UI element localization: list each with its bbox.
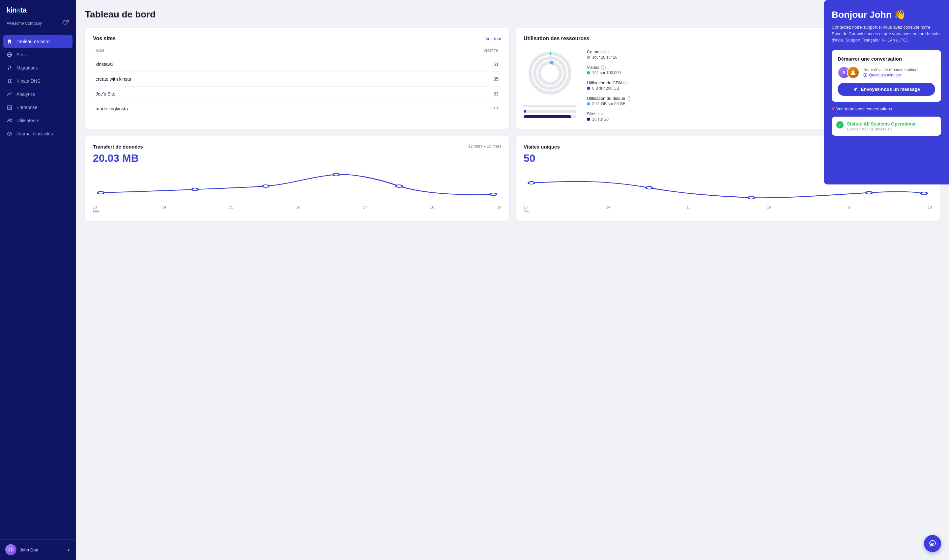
status-updated: Updated Mar 19, 08:59 UTC [847, 127, 917, 131]
table-row[interactable]: kinstaw3 51 [93, 57, 501, 72]
dns-icon [6, 78, 12, 84]
user-row[interactable]: JD John Doe ▲ [0, 539, 76, 560]
response-time-value: Quelques minutes [869, 73, 901, 77]
bar-disk [524, 110, 576, 113]
chevron-up-icon: ▲ [66, 548, 71, 552]
agent-avatar-2 [847, 66, 860, 79]
donut-chart [524, 47, 576, 100]
transfer-chart [93, 170, 501, 203]
response-info: Notre délai de réponse habituel Quelques… [863, 68, 918, 77]
svg-point-3 [10, 119, 12, 120]
svg-point-14 [333, 173, 339, 176]
send-message-button[interactable]: Envoyez-nous un message [838, 83, 935, 96]
sidebar-item-dns[interactable]: Kinsta DNS [0, 74, 76, 88]
logo-area: kinsta [0, 0, 76, 18]
float-chat-button[interactable] [924, 535, 941, 552]
resources-title: Utilisation des ressources [524, 35, 589, 42]
sidebar-item-utilisateurs[interactable]: Utilisateurs [0, 114, 76, 127]
company-name: Awesome Company [6, 21, 42, 26]
info-icon[interactable]: ? [601, 65, 605, 70]
chat-box-title: Démarrer une conversation [838, 56, 935, 62]
users-icon [6, 118, 12, 123]
status-box: ✓ Status: All Systems Operational Update… [832, 117, 941, 136]
transfer-value: 20.03 MB [93, 152, 501, 165]
svg-point-17 [528, 182, 535, 184]
sidebar-item-label: Analytics [17, 92, 35, 97]
migrations-icon [6, 65, 12, 71]
navigation: Tableau de bord Sites Migrations [0, 32, 76, 539]
svg-point-12 [192, 188, 198, 191]
sidebar-item-label: Tableau de bord [17, 39, 49, 44]
sites-table: NOM VISITES kinstaw3 51 create with kins… [93, 47, 501, 116]
sidebar-item-migrations[interactable]: Migrations [0, 61, 76, 74]
visits-title: Visites uniques [524, 144, 560, 149]
sites-card: Vos sites Voir tout NOM VISITES kinstaw3… [85, 28, 509, 129]
bar-charts [524, 105, 576, 118]
transfer-date: 12 mars – 19 mars [468, 144, 501, 149]
help-greeting: Bonjour John 👋 [832, 9, 941, 20]
status-check-icon: ✓ [836, 121, 844, 128]
site-name: create with kinsta [93, 72, 366, 87]
sidebar-item-label: Journal d'activités [17, 131, 53, 136]
status-info: Status: All Systems Operational Updated … [847, 121, 917, 131]
site-visits: 17 [366, 102, 501, 116]
help-description: Contactez notre support si vous avez con… [832, 24, 941, 43]
info-icon[interactable]: ? [598, 112, 603, 116]
visits-chart-labels: 13Mar 14 15 16 17 18 [524, 205, 932, 213]
notification-bell[interactable] [62, 20, 69, 27]
sidebar-item-sites[interactable]: Sites [0, 48, 76, 61]
sidebar-item-label: Utilisateurs [17, 118, 39, 123]
help-panel: Bonjour John 👋 Contactez notre support s… [824, 0, 949, 185]
transfer-title: Transfert de données [93, 144, 143, 149]
home-icon [6, 38, 12, 45]
info-icon[interactable]: ? [604, 50, 609, 54]
sidebar-item-analytics[interactable]: Analytics [0, 88, 76, 101]
svg-point-21 [921, 192, 927, 195]
page-title: Tableau de bord [85, 9, 156, 20]
sidebar-item-journal[interactable]: Journal d'activités [0, 127, 76, 140]
notification-dot [67, 20, 69, 22]
site-name: marketingkinsta [93, 102, 366, 116]
svg-point-18 [646, 186, 652, 189]
table-row[interactable]: Joe's Site 33 [93, 87, 501, 102]
info-icon[interactable]: ? [624, 81, 628, 85]
building-icon [6, 105, 12, 110]
info-icon[interactable]: ? [627, 96, 632, 101]
sidebar-item-label: Entreprise [17, 105, 38, 110]
donut-area [524, 47, 576, 118]
voir-tout-link[interactable]: Voir tout [485, 36, 501, 41]
svg-point-4 [9, 133, 10, 134]
svg-point-22 [852, 71, 854, 73]
top-cards-row: Vos sites Voir tout NOM VISITES kinstaw3… [85, 28, 940, 129]
sidebar-item-label: Sites [17, 52, 27, 57]
sidebar-item-label: Kinsta DNS [17, 78, 40, 84]
user-name: John Doe [20, 548, 63, 552]
transfer-header: Transfert de données 12 mars – 19 mars [93, 144, 501, 149]
table-row[interactable]: create with kinsta 35 [93, 72, 501, 87]
main-header: Tableau de bord Centre d'aide ? [85, 9, 940, 20]
col-nom: NOM [93, 47, 366, 57]
sites-card-title: Vos sites [93, 35, 116, 42]
company-row: Awesome Company [0, 18, 76, 32]
conversations-dot [832, 108, 834, 110]
bar-sites [524, 115, 576, 118]
sidebar-item-entreprise[interactable]: Entreprise [0, 101, 76, 114]
svg-point-19 [748, 196, 754, 199]
chat-agents: A Notre délai de réponse habituel Qu [838, 66, 935, 79]
chat-box: Démarrer une conversation A Notre délai … [832, 50, 941, 102]
svg-point-20 [866, 191, 872, 194]
response-time: Quelques minutes [863, 73, 918, 77]
table-row[interactable]: marketingkinsta 17 [93, 102, 501, 116]
sidebar-item-dashboard[interactable]: Tableau de bord [3, 35, 72, 48]
site-name: Joe's Site [93, 87, 366, 102]
eye-icon [6, 131, 12, 137]
conversations-link[interactable]: Voir toutes vos conversations [832, 106, 941, 111]
sidebar: kinsta Awesome Company Tableau de bord [0, 0, 76, 560]
col-visites: VISITES [366, 47, 501, 57]
transfer-card: Transfert de données 12 mars – 19 mars 2… [85, 136, 509, 221]
wave-emoji: 👋 [894, 9, 906, 20]
conversations-label: Voir toutes vos conversations [836, 106, 892, 111]
main-content: Tableau de bord Centre d'aide ? Vos site… [76, 0, 949, 560]
svg-point-7 [539, 63, 561, 84]
status-title: Status: All Systems Operational [847, 121, 917, 126]
